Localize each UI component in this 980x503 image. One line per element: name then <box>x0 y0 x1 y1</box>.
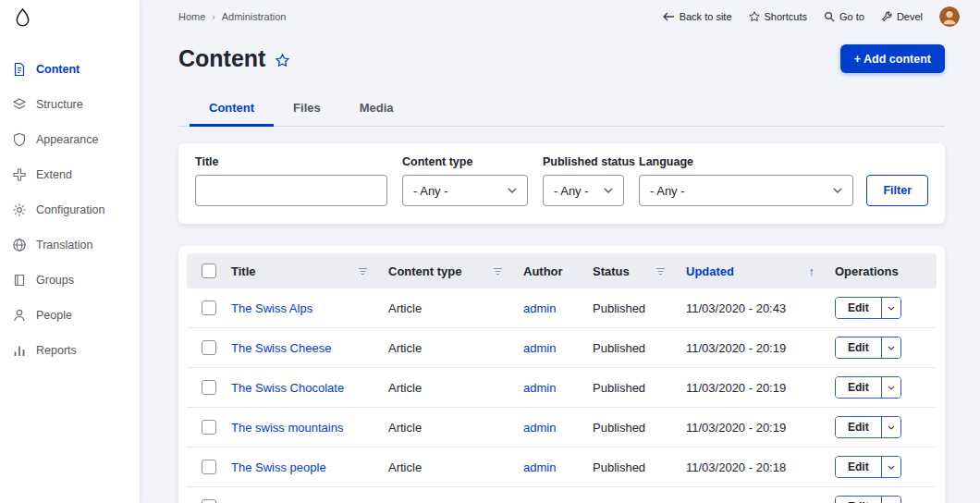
operations-dropbutton: Edit <box>835 297 901 319</box>
header-updated[interactable]: Updated ↑ <box>686 264 835 278</box>
header-author-label: Author <box>523 264 563 278</box>
content-title-link[interactable]: The Swiss Chocolate <box>231 381 344 395</box>
content-type-cell: Article <box>388 381 523 395</box>
dropdown-toggle[interactable] <box>881 377 900 398</box>
header-title[interactable]: Title <box>231 264 388 278</box>
user-avatar[interactable] <box>939 6 960 27</box>
dropdown-toggle[interactable] <box>881 337 900 358</box>
dropdown-toggle[interactable] <box>881 298 900 318</box>
sidebar-item-label: Groups <box>36 274 74 287</box>
devel-link[interactable]: Devel <box>881 11 923 22</box>
header-operations: Operations <box>835 264 937 278</box>
title-filter-input[interactable] <box>195 175 387 206</box>
content-type-select[interactable]: - Any - <box>402 175 528 206</box>
operations-dropbutton: Edit <box>835 337 901 359</box>
tab-content[interactable]: Content <box>190 92 274 127</box>
sidebar-item-reports[interactable]: Reports <box>0 333 140 368</box>
sidebar-item-structure[interactable]: Structure <box>0 87 140 122</box>
sidebar-item-label: Appearance <box>36 133 98 146</box>
author-link[interactable]: admin <box>523 381 556 395</box>
row-checkbox[interactable] <box>202 340 216 355</box>
edit-button[interactable]: Edit <box>836 497 881 503</box>
content-title-link[interactable]: The swiss mountains <box>231 421 343 435</box>
operations-dropbutton: Edit <box>835 376 901 399</box>
edit-button[interactable]: Edit <box>836 457 881 477</box>
updated-cell: 11/03/2020 - 20:19 <box>686 421 835 435</box>
add-content-button[interactable]: + Add content <box>840 44 945 73</box>
content-title-link[interactable]: The Swiss Cheese <box>231 341 331 355</box>
operations-dropbutton: Edit <box>835 496 901 503</box>
edit-button[interactable]: Edit <box>836 417 881 437</box>
shortcuts-label: Shortcuts <box>765 11 807 22</box>
author-link[interactable]: admin <box>523 460 556 474</box>
status-cell: Published <box>593 500 686 503</box>
filter-title-group: Title <box>195 155 387 206</box>
row-checkbox[interactable] <box>202 301 216 315</box>
back-to-site-link[interactable]: Back to site <box>663 11 732 22</box>
sidebar-item-translation[interactable]: Translation <box>0 227 140 263</box>
search-icon <box>824 11 835 22</box>
language-select[interactable]: - Any - <box>639 175 853 206</box>
content-area: Content + Add content Content Files Medi… <box>141 31 980 503</box>
filter-button[interactable]: Filter <box>866 175 928 206</box>
sidebar-item-content[interactable]: Content <box>0 52 140 87</box>
sidebar-item-label: People <box>36 309 72 322</box>
row-checkbox[interactable] <box>202 420 216 435</box>
chevron-down-icon <box>508 188 517 193</box>
person-icon <box>12 308 27 323</box>
sidebar-item-people[interactable]: People <box>0 298 140 333</box>
dropdown-toggle[interactable] <box>881 497 900 503</box>
content-icon <box>12 62 27 77</box>
row-checkbox[interactable] <box>202 380 216 395</box>
row-checkbox[interactable] <box>202 499 216 503</box>
sort-icon[interactable] <box>358 267 368 276</box>
globe-icon <box>12 238 27 252</box>
book-icon <box>12 273 27 288</box>
updated-cell: 11/03/2020 - 20:18 <box>686 500 835 503</box>
sort-icon[interactable] <box>493 267 503 276</box>
content-title-link[interactable]: The Swiss Alps <box>231 301 312 315</box>
header-operations-label: Operations <box>835 264 899 278</box>
sort-ascending-icon[interactable]: ↑ <box>809 264 815 278</box>
updated-cell: 11/03/2020 - 20:19 <box>686 381 835 395</box>
appearance-icon <box>12 132 27 147</box>
published-status-select-value: - Any - <box>554 184 589 198</box>
tab-media[interactable]: Media <box>340 92 413 126</box>
content-type-cell: Article <box>388 301 523 315</box>
author-link[interactable]: admin <box>523 341 556 355</box>
sidebar-item-appearance[interactable]: Appearance <box>0 122 140 157</box>
sidebar-item-groups[interactable]: Groups <box>0 263 140 298</box>
edit-button[interactable]: Edit <box>836 298 881 318</box>
favorite-star-icon[interactable] <box>276 54 289 67</box>
content-type-cell: Article <box>388 500 523 503</box>
sidebar-item-configuration[interactable]: Configuration <box>0 192 140 227</box>
table-row: The Swiss Cities Article admin Published… <box>187 487 937 503</box>
author-link[interactable]: admin <box>523 301 556 315</box>
author-link[interactable]: admin <box>523 500 556 503</box>
filter-published-status-group: Published status - Any - <box>543 155 624 206</box>
header-content-type[interactable]: Content type <box>388 264 523 278</box>
shortcuts-link[interactable]: Shortcuts <box>749 11 807 22</box>
dropdown-toggle[interactable] <box>881 457 900 477</box>
title-filter-label: Title <box>195 155 387 168</box>
select-all-checkbox[interactable] <box>202 264 216 278</box>
breadcrumb-home[interactable]: Home <box>178 11 205 22</box>
header-status[interactable]: Status <box>593 264 686 278</box>
published-status-select[interactable]: - Any - <box>543 175 624 206</box>
dropdown-toggle[interactable] <box>881 417 900 437</box>
sidebar-item-extend[interactable]: Extend <box>0 157 140 192</box>
edit-button[interactable]: Edit <box>836 337 881 358</box>
table-row: The Swiss Alps Article admin Published 1… <box>187 288 937 328</box>
row-checkbox[interactable] <box>202 460 216 474</box>
sort-icon[interactable] <box>655 267 666 276</box>
edit-button[interactable]: Edit <box>836 377 881 398</box>
goto-link[interactable]: Go to <box>824 11 864 22</box>
goto-label: Go to <box>839 11 864 22</box>
content-title-link[interactable]: The Swiss Cities <box>231 500 320 503</box>
author-link[interactable]: admin <box>523 421 556 435</box>
updated-cell: 11/03/2020 - 20:18 <box>686 460 835 474</box>
back-to-site-label: Back to site <box>680 11 732 22</box>
status-cell: Published <box>593 301 686 315</box>
content-title-link[interactable]: The Swiss people <box>231 460 326 474</box>
tab-files[interactable]: Files <box>274 92 340 126</box>
